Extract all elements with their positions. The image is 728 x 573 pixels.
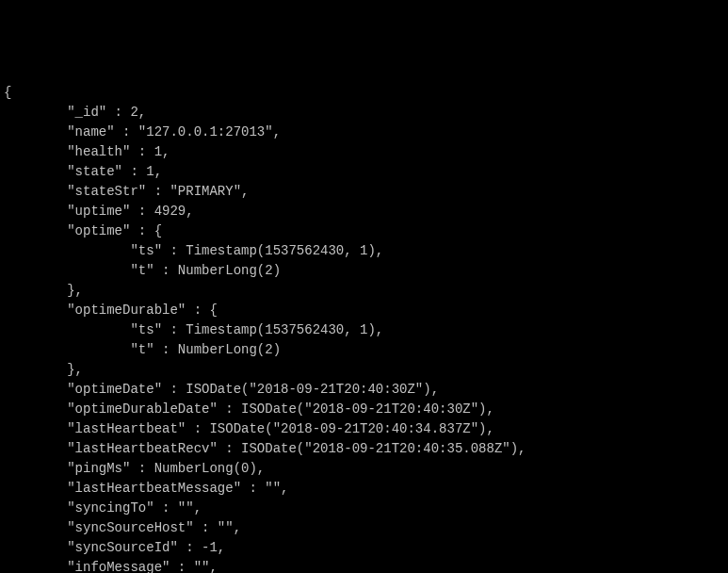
- optimedurabledate-field: "optimeDurableDate" : ISODate("2018-09-2…: [4, 401, 494, 417]
- lastheartbeat-field: "lastHeartbeat" : ISODate("2018-09-21T20…: [4, 421, 494, 436]
- optime-close: },: [4, 283, 83, 298]
- open-brace: {: [4, 85, 11, 100]
- statestr-field: "stateStr" : "PRIMARY",: [4, 184, 249, 199]
- health-field: "health" : 1,: [4, 144, 170, 159]
- id-field: "_id" : 2,: [4, 105, 146, 120]
- optime-t-field: "t" : NumberLong(2): [4, 263, 281, 278]
- lastheartbeatrecv-field: "lastHeartbeatRecv" : ISODate("2018-09-2…: [4, 441, 526, 456]
- syncsourcehost-field: "syncSourceHost" : "",: [4, 520, 241, 535]
- lastheartbeatmessage-field: "lastHeartbeatMessage" : "",: [4, 481, 288, 496]
- name-field: "name" : "127.0.0.1:27013",: [4, 124, 281, 139]
- pingms-field: "pingMs" : NumberLong(0),: [4, 461, 265, 476]
- uptime-field: "uptime" : 4929,: [4, 204, 194, 219]
- state-field: "state" : 1,: [4, 164, 162, 179]
- optime-field: "optime" : {: [4, 223, 162, 238]
- optimedurable-t-field: "t" : NumberLong(2): [4, 342, 281, 357]
- infomessage-field: "infoMessage" : "",: [4, 560, 218, 573]
- syncsourceid-field: "syncSourceId" : -1,: [4, 540, 225, 555]
- optimedurable-ts-field: "ts" : Timestamp(1537562430, 1),: [4, 322, 383, 337]
- optimedurable-close: },: [4, 362, 83, 377]
- optimedate-field: "optimeDate" : ISODate("2018-09-21T20:40…: [4, 382, 439, 397]
- syncingto-field: "syncingTo" : "",: [4, 500, 202, 516]
- terminal-output: { "_id" : 2, "name" : "127.0.0.1:27013",…: [4, 83, 724, 573]
- optimedurable-field: "optimeDurable" : {: [4, 303, 218, 318]
- optime-ts-field: "ts" : Timestamp(1537562430, 1),: [4, 243, 383, 258]
